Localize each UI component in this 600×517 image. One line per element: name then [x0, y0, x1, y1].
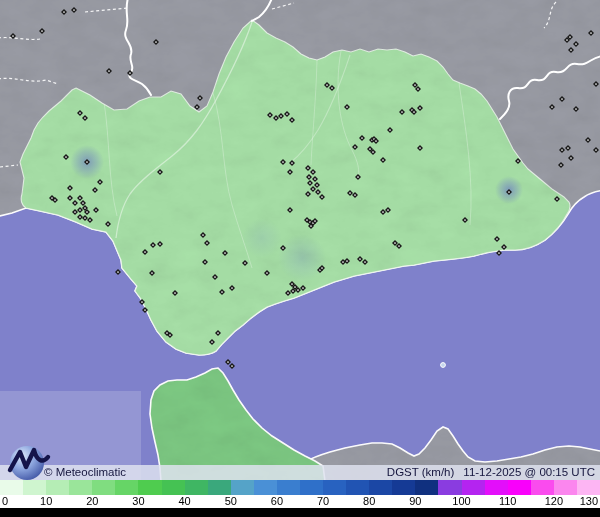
legend-color-block [208, 480, 231, 495]
legend-color-block [346, 480, 369, 495]
legend-color-block [277, 480, 300, 495]
alboran-island [441, 363, 446, 368]
legend-color-block [554, 480, 577, 495]
weather-map-screenshot: © Meteoclimatic DGST (km/h) 11-12-2025 @… [0, 0, 600, 517]
attribution-bar: © Meteoclimatic DGST (km/h) 11-12-2025 @… [0, 465, 600, 480]
legend-tick-label: 100 [452, 495, 470, 508]
gust-hotspot [242, 218, 282, 258]
product-info: DGST (km/h) 11-12-2025 @ 00:15 UTC [387, 465, 595, 480]
legend-color-block [462, 480, 485, 495]
product-label: DGST (km/h) [387, 465, 455, 480]
legend-tick-label: 20 [86, 495, 98, 508]
legend-tick-label: 0 [2, 495, 8, 508]
wind-speed-legend [0, 480, 600, 495]
legend-tick-label: 40 [178, 495, 190, 508]
weather-map [0, 0, 600, 480]
legend-tick-label: 10 [40, 495, 52, 508]
legend-color-block [508, 480, 531, 495]
legend-tick-label: 120 [545, 495, 563, 508]
legend-color-block [485, 480, 508, 495]
legend-color-block [254, 480, 277, 495]
timestamp: 11-12-2025 @ 00:15 UTC [463, 465, 595, 480]
legend-color-block [438, 480, 461, 495]
gust-hotspot [278, 234, 326, 282]
legend-color-block [231, 480, 254, 495]
legend-color-block [115, 480, 138, 495]
legend-color-block [185, 480, 208, 495]
legend-tick-label: 90 [409, 495, 421, 508]
legend-color-block [531, 480, 554, 495]
legend-color-block [92, 480, 115, 495]
attribution-text: © Meteoclimatic [44, 465, 126, 480]
legend-color-block [162, 480, 185, 495]
legend-tick-label: 110 [499, 495, 517, 508]
legend-tick-label: 30 [132, 495, 144, 508]
legend-tick-label: 80 [363, 495, 375, 508]
bottom-strip [0, 508, 600, 517]
legend-color-block [69, 480, 92, 495]
legend-color-block [415, 480, 438, 495]
legend-color-block [323, 480, 346, 495]
legend-color-block [138, 480, 161, 495]
legend-tick-label: 50 [225, 495, 237, 508]
legend-color-block [577, 480, 600, 495]
legend-tick-labels: 0102030405060708090100110120130 [0, 495, 600, 508]
legend-color-block [369, 480, 392, 495]
legend-color-block [300, 480, 323, 495]
meteoclimatic-logo [4, 441, 52, 483]
legend-tick-label: 70 [317, 495, 329, 508]
legend-color-block [392, 480, 415, 495]
legend-tick-label: 60 [271, 495, 283, 508]
legend-tick-label: 130 [580, 495, 598, 508]
